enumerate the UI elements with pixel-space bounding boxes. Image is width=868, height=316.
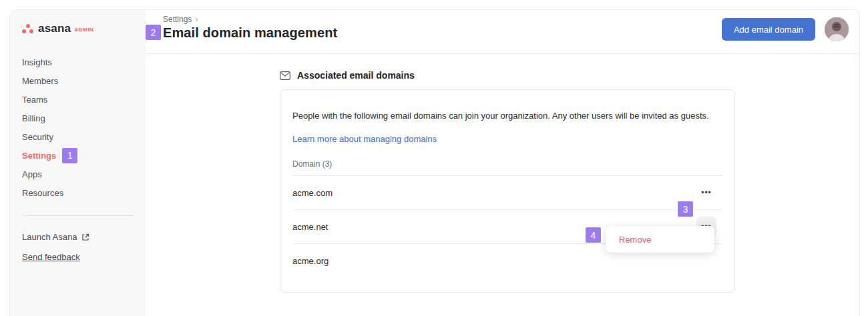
launch-asana-link[interactable]: Launch Asana [10, 227, 146, 247]
row-menu-button[interactable]: ••• [696, 183, 716, 203]
envelope-icon [280, 71, 290, 80]
chevron-right-icon: › [195, 15, 198, 24]
row-context-menu: Remove [606, 226, 714, 253]
send-feedback-link[interactable]: Send feedback [10, 247, 146, 267]
asana-logo[interactable]: asana ADMIN [10, 21, 146, 37]
asana-logo-icon [22, 24, 33, 34]
section-title: Associated email domains [280, 70, 735, 81]
admin-label: ADMIN [74, 25, 93, 33]
add-email-domain-button[interactable]: Add email domain [722, 18, 815, 41]
annotation-badge-3: 3 [678, 201, 693, 217]
domain-column-header: Domain (3) [280, 159, 734, 169]
remove-menu-item[interactable]: Remove [606, 235, 651, 245]
sidebar-item-insights[interactable]: Insights [10, 53, 146, 71]
domain-cell: acme.org [292, 256, 329, 266]
annotation-badge-1: 1 [62, 148, 77, 163]
ellipsis-icon: ••• [701, 188, 712, 197]
domain-cell: acme.net [292, 222, 328, 232]
sidebar-item-members[interactable]: Members [10, 71, 146, 90]
app-window: asana ADMIN Insights Members Teams Billi… [9, 9, 860, 316]
annotation-badge-4: 4 [586, 227, 601, 243]
domains-card: People with the following email domains … [280, 89, 735, 293]
card-description: People with the following email domains … [280, 99, 734, 121]
sidebar-nav: Insights Members Teams Billing Security … [10, 53, 146, 202]
email-domains-section: Associated email domains People with the… [280, 70, 735, 293]
annotation-badge-2: 2 [146, 25, 161, 40]
user-avatar[interactable] [825, 17, 849, 41]
sidebar-item-teams[interactable]: Teams [10, 90, 146, 109]
sidebar: asana ADMIN Insights Members Teams Billi… [10, 10, 146, 316]
asana-logo-wordmark: asana [38, 22, 71, 35]
sidebar-item-settings[interactable]: Settings 1 [10, 146, 146, 165]
domain-cell: acme.com [292, 188, 333, 198]
sidebar-item-resources[interactable]: Resources [10, 183, 146, 202]
learn-more-link[interactable]: Learn more about managing domains [292, 134, 437, 144]
main-area: Settings › Email domain management 2 Add… [146, 10, 859, 316]
external-link-icon [81, 233, 89, 241]
sidebar-divider [22, 215, 134, 216]
sidebar-item-billing[interactable]: Billing [10, 109, 146, 127]
avatar-photo [825, 17, 849, 41]
sidebar-item-security[interactable]: Security [10, 127, 146, 146]
page-header: Settings › Email domain management 2 Add… [146, 10, 859, 54]
table-row: acme.com ••• [280, 176, 734, 209]
breadcrumb-settings[interactable]: Settings [163, 15, 192, 24]
header-actions: Add email domain [722, 17, 849, 41]
sidebar-footer: Launch Asana Send feedback [10, 227, 146, 267]
sidebar-item-apps[interactable]: Apps [10, 165, 146, 183]
